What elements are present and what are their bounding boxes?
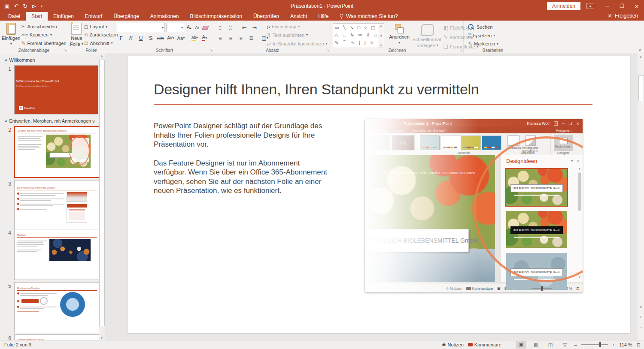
font-name-combobox[interactable]: ▾ (117, 23, 165, 32)
comments-toggle[interactable]: Kommentare (468, 342, 501, 347)
convert-smartart-button[interactable]: ⇄In SmartArt konvertieren▾ (267, 40, 327, 47)
save-icon[interactable]: ▣ (4, 3, 9, 9)
slide-thumbnail-1[interactable]: 1 Willkommen bei PowerPoint Fünf Tipps, … (0, 65, 98, 114)
shapes-gallery[interactable]: ▭ ╲ ↘ □ ○ ▢ △ ∟ ↳ ⇨ ⇩ ⌂ ✎ ⌒ ∿ { } ☆ (333, 23, 378, 47)
character-spacing-button[interactable]: AV▾ (167, 34, 174, 42)
cut-button[interactable]: ✂Ausschneiden (21, 23, 66, 30)
ribbon-display-options-icon[interactable]: ▴ (586, 3, 594, 9)
main-scrollbar[interactable]: ∧ ∨ « « (638, 53, 644, 340)
slide-canvas[interactable]: Designer hilft Ihnen, Ihren Standpunkt z… (105, 53, 638, 340)
restore-button[interactable]: ❐ (615, 0, 629, 12)
arrange-button[interactable]: Anordnen ▾ (387, 23, 412, 45)
embedded-screenshot-image[interactable]: Präsentation 1 - PowerPoint Klarissa Wol… (365, 119, 583, 292)
tab-uebergaenge[interactable]: Übergänge (108, 12, 144, 21)
font-size-combobox[interactable]: ▾ (166, 23, 184, 32)
zoom-slider-thumb[interactable] (599, 342, 601, 347)
zoom-level[interactable]: 114 % (619, 342, 632, 347)
strikethrough-button[interactable]: abc (157, 34, 164, 42)
font-color-button[interactable]: A▾ (201, 34, 208, 42)
tab-datei[interactable]: Datei (3, 12, 26, 21)
scrollbar-thumb[interactable] (638, 75, 644, 101)
current-slide[interactable]: Designer hilft Ihnen, Ihren Standpunkt z… (128, 56, 630, 333)
tab-hilfe[interactable]: Hilfe (313, 12, 334, 21)
bullets-button[interactable]: •‒•‒ (217, 23, 224, 31)
view-slideshow-button[interactable]: ▽ (560, 341, 570, 349)
change-case-button[interactable]: Aa▾ (177, 34, 185, 42)
align-right-icon[interactable]: ≡ (237, 34, 244, 42)
gallery-more-icon[interactable]: ▼ (380, 44, 383, 47)
scroll-down-icon[interactable]: ∨ (99, 334, 105, 340)
scroll-down-icon[interactable]: ∨ (380, 34, 382, 38)
decrease-indent-icon[interactable]: ⇤ (241, 23, 248, 31)
scrollbar-thumb[interactable] (99, 60, 105, 326)
tab-entwurf[interactable]: Entwurf (79, 12, 108, 21)
slide-thumbnail-6[interactable]: 6 Zusammenarbeit in Echtzeit (0, 334, 100, 340)
scroll-up-icon[interactable]: ∧ (638, 54, 644, 60)
view-slide-sorter-button[interactable]: ▦ (531, 341, 541, 349)
paste-button[interactable]: Einfügen ▾ (2, 22, 20, 47)
close-button[interactable]: × (629, 0, 644, 12)
slide-thumbnail-5[interactable]: 5 Einrichten von Morphen (0, 282, 100, 333)
text-direction-button[interactable]: ↕Textrichtung▾ (267, 23, 327, 30)
tab-start[interactable]: Start (26, 12, 48, 21)
section-button[interactable]: ▤Abschnitt▾ (84, 39, 118, 47)
zoom-out-button[interactable]: – (574, 342, 577, 347)
format-painter-button[interactable]: ✎Format übertragen (21, 39, 66, 47)
minimize-button[interactable]: – (600, 0, 615, 12)
fit-to-window-button[interactable]: ⊡ (637, 342, 641, 348)
customize-qat-icon[interactable]: ▾ (41, 4, 43, 8)
shapes-gallery-scroll[interactable]: ∧ ∨ ▼ (378, 23, 384, 48)
copy-button[interactable]: ▱▱Kopieren▾ (21, 31, 66, 39)
section-header-entwerfen[interactable]: ◢ Entwerfen, Morphen, mit Anmerkungen ve… (4, 118, 94, 123)
notes-toggle[interactable]: ≜Notizen (442, 342, 464, 348)
tell-me-search[interactable]: Was möchten Sie tun? (334, 12, 403, 21)
bold-button[interactable]: F (118, 34, 125, 42)
new-slide-button[interactable]: Neue Folie▾ (70, 22, 83, 47)
highlight-color-button[interactable]: ab▾ (191, 34, 198, 42)
dialog-launcher-icon[interactable]: ↘ (64, 48, 67, 52)
replace-button[interactable]: abacErsetzen▾ (468, 32, 498, 39)
slide-thumbnail-3[interactable]: 3 So verwenden Sie PowerPoint Designer (0, 180, 100, 231)
start-slideshow-icon[interactable]: ⊳ (32, 3, 36, 9)
view-normal-button[interactable]: ▣ (516, 341, 526, 349)
tab-bildschirmpraesentation[interactable]: Bildschirmpräsentation (185, 12, 248, 21)
quick-styles-button[interactable]: Schnellformat- vorlagen▾ (412, 23, 444, 48)
slide-thumbnail-2[interactable]: 2 Designer hilft Ihnen, Ihren Standpunkt… (0, 126, 101, 178)
slide-indicator[interactable]: Folie 2 von 9 (0, 342, 31, 347)
select-button[interactable]: ↖Markieren▾ (468, 40, 498, 47)
tab-ueberpruefen[interactable]: Überprüfen (248, 12, 285, 21)
increase-font-icon[interactable]: A▴ (185, 24, 192, 32)
reset-button[interactable]: ⟲Zurücksetzen (84, 31, 118, 39)
dialog-launcher-icon[interactable]: ↘ (459, 48, 462, 52)
tab-animationen[interactable]: Animationen (145, 12, 185, 21)
slide-thumbnail-4[interactable]: 4 Morphen (0, 229, 100, 280)
tab-ansicht[interactable]: Ansicht (285, 12, 313, 21)
align-left-icon[interactable]: ≡ (217, 34, 224, 42)
scroll-down-icon[interactable]: ∨ (638, 304, 644, 310)
numbering-button[interactable]: 1‒2‒ (227, 23, 234, 31)
dialog-launcher-icon[interactable]: ↘ (210, 48, 213, 52)
next-slide-button[interactable]: « (638, 325, 644, 331)
share-button[interactable]: Freigeben (608, 13, 638, 19)
scroll-up-icon[interactable]: ∧ (99, 53, 105, 59)
clear-formatting-icon[interactable] (202, 24, 209, 32)
dialog-launcher-icon[interactable]: ↘ (327, 48, 330, 52)
redo-icon[interactable]: ↻ (23, 3, 27, 9)
slide-body-textbox[interactable]: PowerPoint Designer schlägt auf der Grun… (154, 121, 328, 205)
increase-indent-icon[interactable]: ⇥ (251, 23, 258, 31)
align-center-icon[interactable]: ≡ (227, 34, 234, 42)
align-text-button[interactable]: ⇅Text ausrichten▾ (267, 31, 327, 39)
zoom-in-button[interactable]: + (612, 342, 615, 347)
undo-icon[interactable]: ↶ (14, 3, 18, 9)
italic-button[interactable]: K (128, 34, 134, 42)
decrease-font-icon[interactable]: A▾ (194, 24, 200, 32)
sign-in-button[interactable]: Anmelden (547, 2, 580, 10)
thumbnail-scrollbar[interactable]: ∧ ∨ (99, 53, 105, 340)
tab-einfuegen[interactable]: Einfügen (48, 12, 79, 21)
justify-icon[interactable]: ≣ (248, 34, 255, 42)
scroll-up-icon[interactable]: ∧ (380, 24, 382, 28)
slide-title-textbox[interactable]: Designer hilft Ihnen, Ihren Standpunkt z… (154, 81, 596, 98)
zoom-slider[interactable] (581, 344, 608, 345)
collapse-ribbon-icon[interactable]: ∧ (638, 48, 641, 52)
layout-button[interactable]: ◫Layout▾ (84, 23, 118, 30)
